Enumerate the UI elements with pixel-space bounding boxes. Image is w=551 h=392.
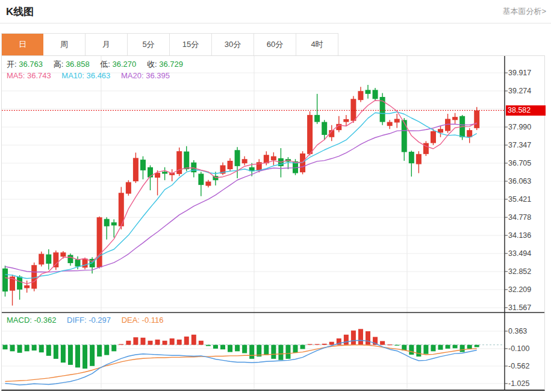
macd-bar[interactable] <box>75 345 80 368</box>
macd-bar[interactable] <box>358 329 363 344</box>
macd-bar[interactable] <box>184 337 189 345</box>
macd-bar[interactable] <box>140 338 145 345</box>
macd-bar[interactable] <box>322 344 327 345</box>
macd-bar[interactable] <box>177 340 182 345</box>
candle[interactable] <box>242 159 247 163</box>
tab-5min[interactable]: 5分 <box>128 34 170 55</box>
candle[interactable] <box>133 158 139 181</box>
macd-bar[interactable] <box>213 345 218 349</box>
candle[interactable] <box>409 152 414 163</box>
candle[interactable] <box>205 182 211 186</box>
candle[interactable] <box>67 255 73 263</box>
macd-bar[interactable] <box>68 345 73 365</box>
macd-bar[interactable] <box>111 345 116 352</box>
candle[interactable] <box>307 115 313 154</box>
candle[interactable] <box>104 219 110 226</box>
candle[interactable] <box>474 110 479 128</box>
macd-bar[interactable] <box>271 345 276 359</box>
candle[interactable] <box>322 122 327 135</box>
candle[interactable] <box>17 276 22 289</box>
macd-bar[interactable] <box>249 345 254 359</box>
macd-bar[interactable] <box>119 344 123 344</box>
tab-60min[interactable]: 60分 <box>254 34 296 55</box>
macd-bar[interactable] <box>46 345 51 356</box>
candle[interactable] <box>75 260 81 267</box>
macd-bar[interactable] <box>10 345 15 352</box>
macd-bar[interactable] <box>235 345 240 352</box>
macd-bar[interactable] <box>344 335 349 345</box>
macd-bar[interactable] <box>206 345 211 346</box>
candle[interactable] <box>198 173 204 185</box>
macd-bar[interactable] <box>126 341 131 345</box>
candle[interactable] <box>31 265 37 288</box>
macd-bar[interactable] <box>148 341 153 345</box>
macd-bar[interactable] <box>394 345 399 346</box>
candle[interactable] <box>39 254 44 265</box>
macd-bar[interactable] <box>39 345 44 353</box>
macd-bar[interactable] <box>17 345 22 353</box>
macd-bar[interactable] <box>431 345 435 352</box>
macd-bar[interactable] <box>475 345 479 347</box>
macd-bar[interactable] <box>54 345 58 359</box>
tab-4hour[interactable]: 4时 <box>296 34 338 55</box>
macd-bar[interactable] <box>409 345 414 355</box>
candle[interactable] <box>394 119 400 122</box>
macd-bar[interactable] <box>155 340 160 345</box>
candle[interactable] <box>228 161 233 169</box>
candle[interactable] <box>373 90 378 99</box>
macd-bar[interactable] <box>242 345 247 353</box>
macd-bar[interactable] <box>163 341 167 345</box>
macd-bar[interactable] <box>133 337 138 345</box>
candle[interactable] <box>452 117 458 120</box>
tab-day[interactable]: 日 <box>2 34 43 55</box>
candle[interactable] <box>314 115 320 122</box>
macd-bar[interactable] <box>423 345 428 354</box>
candle[interactable] <box>366 90 371 94</box>
macd-bar[interactable] <box>453 345 458 349</box>
candle[interactable] <box>46 254 51 263</box>
macd-bar[interactable] <box>25 345 30 352</box>
macd-bar[interactable] <box>191 335 196 345</box>
candle[interactable] <box>82 258 88 267</box>
candle[interactable] <box>60 252 66 257</box>
candle[interactable] <box>140 160 146 170</box>
macd-bar[interactable] <box>308 344 313 344</box>
tab-week[interactable]: 周 <box>43 34 86 55</box>
macd-bar[interactable] <box>380 341 385 344</box>
macd-bar[interactable] <box>293 345 298 353</box>
macd-bar[interactable] <box>3 345 8 350</box>
macd-bar[interactable] <box>329 342 334 345</box>
macd-bar[interactable] <box>351 331 356 345</box>
macd-bar[interactable] <box>446 345 450 349</box>
fundamental-analysis-link[interactable]: 基本面分析> <box>502 6 546 17</box>
tab-15min[interactable]: 15分 <box>170 34 212 55</box>
candle[interactable] <box>53 252 58 267</box>
candle[interactable] <box>431 131 436 143</box>
macd-bar[interactable] <box>315 344 320 344</box>
candle[interactable] <box>416 154 422 164</box>
macd-bar[interactable] <box>97 345 102 356</box>
candle[interactable] <box>111 222 117 225</box>
tab-month[interactable]: 月 <box>86 34 128 55</box>
kline-chart[interactable]: 开: 36.763 高: 36.858 低: 36.270 收: 36.729 … <box>1 55 545 391</box>
macd-bar[interactable] <box>285 345 290 359</box>
tab-30min[interactable]: 30分 <box>212 34 254 55</box>
candle[interactable] <box>358 91 363 100</box>
candle[interactable] <box>343 119 349 122</box>
macd-bar[interactable] <box>366 331 370 345</box>
macd-bar[interactable] <box>387 344 392 345</box>
candle[interactable] <box>24 285 30 288</box>
macd-bar[interactable] <box>220 345 225 350</box>
macd-bar[interactable] <box>300 345 305 349</box>
candle[interactable] <box>402 120 407 152</box>
macd-bar[interactable] <box>467 345 472 349</box>
candle[interactable] <box>184 152 189 169</box>
candle[interactable] <box>162 172 167 173</box>
candle[interactable] <box>235 150 240 166</box>
macd-bar[interactable] <box>90 345 95 366</box>
candle[interactable] <box>350 99 356 120</box>
candle[interactable] <box>126 182 131 193</box>
macd-bar[interactable] <box>438 345 443 350</box>
macd-bar[interactable] <box>170 338 175 345</box>
macd-bar[interactable] <box>264 345 269 355</box>
